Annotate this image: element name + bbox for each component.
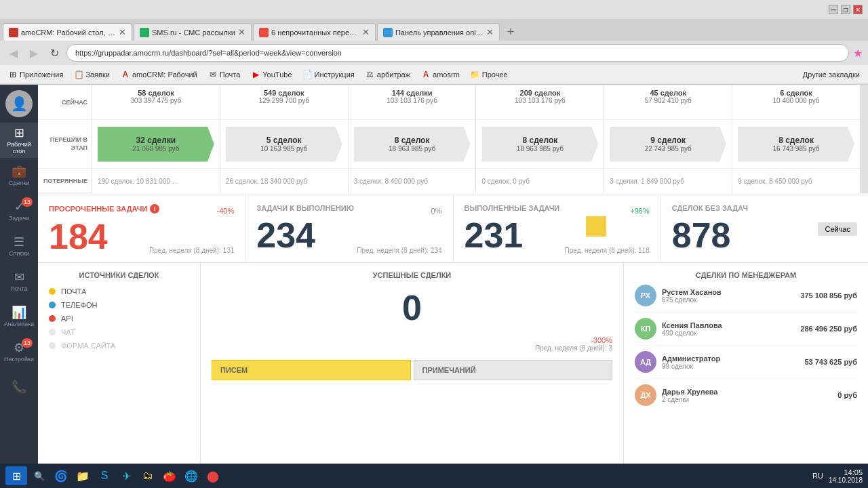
bookmark-apps[interactable]: ⊞ Приложения [5,68,66,81]
clock-area: 14:05 14.10.2018 [829,468,863,484]
taskbar-cortana[interactable]: 🌀 [52,466,71,485]
close-button[interactable]: ✕ [853,5,863,14]
ps-lost-5: 3 сделки, 1 849 000 руб [604,169,732,193]
taskbar-time: 14:05 [829,468,863,476]
skype-icon: S [101,470,108,482]
sidebar-item-phone[interactable]: 📞 [0,369,38,405]
ps-header-5: 45 сделок 57 902 410 руб [604,85,732,120]
ps-arrow-3: 8 сделок 18 963 985 руб [354,127,471,162]
ps-lost-4: 0 сделок, 0 руб [476,169,604,193]
ps-arrow-row-5: 9 сделок 22 743 985 руб [604,120,732,169]
manager-amount-1: 375 108 856 руб [800,291,857,300]
maximize-button[interactable]: □ [841,5,850,14]
amosrm-icon: A [421,70,431,79]
bookmark-youtube-label: YouTube [262,70,292,79]
taskbar-telegram[interactable]: ✈ [117,466,136,485]
manager-amount-2: 286 496 250 руб [800,325,857,333]
bottom-row: ИСТОЧНИКИ СДЕЛОК ПОЧТА ТЕЛЕФОН API [38,263,868,488]
bookmark-amocrm-label: amoCRM: Рабочий [132,70,197,79]
ps-arrow-deals-6: 8 сделок [778,136,814,145]
minimize-button[interactable]: ─ [829,5,838,14]
bookmark-zayavki[interactable]: 📋 Заявки [71,68,113,81]
new-tab-button[interactable]: + [501,23,520,41]
taskbar-app5[interactable]: ⬤ [203,466,222,485]
ps-header-4: 209 сделок 103 103 176 руб [476,85,604,120]
pipeline-stage-6: 6 сделок 10 400 000 руб 8 сделок 16 743 … [732,85,860,193]
browser-tab-4[interactable]: Панель управления onlinePBX ✕ [377,23,500,41]
taskbar-search[interactable]: 🔍 [30,466,49,485]
browser-tab-2[interactable]: SMS.ru - СМС рассылки ✕ [134,23,252,41]
bookmark-amosrm[interactable]: A amosrm [418,68,462,81]
systray: RU 14:05 14.10.2018 [812,468,863,484]
arbitrazh-icon: ⚖ [366,70,375,79]
tab-close-1[interactable]: ✕ [119,27,126,37]
sidebar-item-deals[interactable]: 💼 Сделки [0,158,38,193]
source-dot-form [49,342,56,349]
tab-close-4[interactable]: ✕ [486,27,494,37]
bookmark-prochee-label: Прочее [482,70,508,79]
bookmark-arbitrazh[interactable]: ⚖ арбитраж [363,68,413,81]
bookmark-mail[interactable]: ✉ Почта [205,68,243,81]
bottom-mini: ПИСЕМ ПРИМЕЧАНИЙ [212,360,612,380]
ps-lost-6: 9 сделок, 8 450 000 руб [732,169,860,193]
forward-button[interactable]: ▶ [26,45,42,61]
bookmark-youtube[interactable]: ▶ YouTube [248,68,294,81]
sidebar-item-mail[interactable]: ✉ Почта [0,264,38,299]
sidebar-item-lists[interactable]: ☰ Списки [0,228,38,264]
sidebar-item-settings[interactable]: 13 ⚙ Настройки [0,334,38,369]
tab-close-2[interactable]: ✕ [238,27,245,37]
bookmark-instrukcia-label: Инструкция [315,70,355,79]
success-count: 0 [212,290,612,325]
source-label-telefon: ТЕЛЕФОН [61,301,97,309]
reload-button[interactable]: ↻ [46,45,62,61]
task-block-todo: ЗАДАЧИ К ВЫПОЛНЕНИЮ 234 0% Пред. неделя … [245,196,453,262]
taskbar-date: 14.10.2018 [829,476,863,484]
taskbar-skype[interactable]: S [95,466,114,485]
task-change-todo: 0% [431,207,442,215]
taskbar-tomato[interactable]: 🍅 [160,466,179,485]
manager-row-4: ДХ Дарья Хрулева 2 сделки 0 руб [635,384,857,411]
tomato-icon: 🍅 [163,470,176,483]
sidebar-item-tasks[interactable]: 13 ✓ Задачи [0,193,38,228]
tab-label-1: amoCRM: Рабочий стол, Групп... [21,28,116,37]
browser-icon: 🌐 [184,470,198,483]
ps-arrow-amount-5: 22 743 985 руб [645,145,692,152]
manager-name-2: Ксения Павлова [662,321,795,329]
bookmark-other[interactable]: Другие закладки [800,69,863,80]
ps-arrow-deals-3: 8 сделок [395,136,430,145]
bookmark-mail-label: Почта [220,70,241,79]
ps-amount-3: 103 103 176 руб [354,97,471,104]
back-button[interactable]: ◀ [5,45,22,61]
window-controls: ─ □ ✕ [829,5,863,14]
tasks-section: ПРОСРОЧЕННЫЕ ЗАДАЧИ i 184 -40% Пред. нед… [38,196,868,263]
bookmark-star[interactable]: ★ [853,47,863,60]
bookmark-prochee[interactable]: 📁 Прочее [468,68,511,81]
lists-icon: ☰ [14,235,24,249]
scroll-indicator[interactable] [860,85,868,193]
browser-tab-3[interactable]: 6 непрочитанных переписок ✕ [253,23,376,41]
taskbar-explorer[interactable]: 📁 [73,466,92,485]
tab-close-3[interactable]: ✕ [362,27,370,37]
bookmark-arbitrazh-label: арбитраж [377,70,410,79]
taskbar-browser[interactable]: 🌐 [182,466,201,485]
task-block-overdue: ПРОСРОЧЕННЫЕ ЗАДАЧИ i 184 -40% Пред. нед… [38,196,245,262]
sidebar-item-analytics[interactable]: 📊 Аналитика [0,299,38,334]
bookmark-instrukcia[interactable]: 📄 Инструкция [300,68,357,81]
letters-title: ПИСЕМ [220,366,402,374]
ps-header-2: 549 сделок 129 299 700 руб [220,85,348,120]
tab-favicon-4 [383,28,393,37]
start-button[interactable]: ⊞ [5,466,27,485]
browser-tab-1[interactable]: amoCRM: Рабочий стол, Групп... ✕ [3,23,132,41]
source-item-pochta: ПОЧТА [49,287,189,296]
amocrm-icon: A [121,70,130,79]
manager-row-3: АД Администратор 99 сделок 53 743 625 ру… [635,351,857,379]
bookmark-zayavki-label: Заявки [85,70,110,79]
overdue-info-icon[interactable]: i [150,204,159,214]
seyches-button[interactable]: Сейчас [818,222,857,236]
taskbar-file-manager[interactable]: 🗂 [138,466,157,485]
tab-favicon-2 [140,28,149,37]
app5-icon: ⬤ [207,470,219,483]
bookmark-amocrm[interactable]: A amoCRM: Рабочий [118,68,200,81]
sidebar-item-desktop[interactable]: ⊞ Рабочий стол [0,123,38,158]
address-bar[interactable]: https://gruppadar.amocrm.ru/dashboard/?s… [66,44,849,62]
